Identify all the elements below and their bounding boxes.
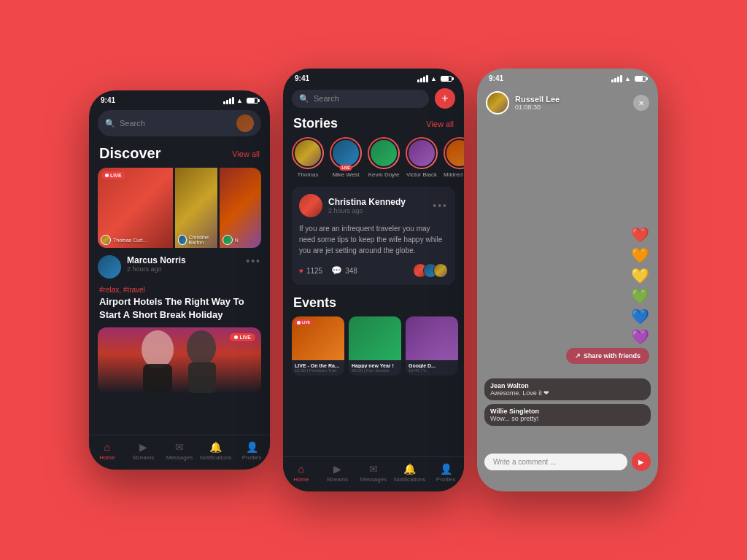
nav-streams-2[interactable]: ▶ Streams: [320, 463, 356, 483]
story-avatar-1: [331, 139, 360, 168]
post-tags-1: #relax, #travel: [99, 286, 260, 294]
feed-post-name: Christina Kennedy: [328, 197, 406, 207]
feed-post-header: Christina Kennedy 2 hours ago •••: [299, 194, 448, 217]
post-time-1: 2 hours ago: [127, 265, 240, 273]
discover-item-0[interactable]: LIVE Thomas Curt...: [98, 168, 173, 248]
nav-home-2[interactable]: ⌂ Home: [283, 463, 320, 483]
svg-point-0: [142, 330, 174, 368]
discover-header: Discover View all: [89, 142, 270, 168]
status-bar-1: 9:41 ▲: [89, 90, 270, 107]
nav-notifications-label-2: Notifications: [394, 476, 426, 483]
battery-icon: [247, 98, 258, 104]
event-info-0: LIVE - On the Radio 10:30 | Freedom Trai…: [292, 360, 344, 376]
post-avatar-1: [98, 255, 121, 279]
feed-post-dots[interactable]: •••: [433, 200, 448, 211]
story-avatar-wrap-4: [444, 137, 464, 169]
story-avatar-wrap-2: [368, 137, 400, 169]
events-row: LIVE LIVE - On the Radio 10:30 | Freedom…: [283, 316, 464, 381]
event-time-2: 10:45 | V...: [409, 368, 455, 373]
story-mike[interactable]: LIVE Mike West: [330, 137, 362, 178]
event-1[interactable]: Happy new Year ! 09:00 | Fort Sumter: [349, 316, 401, 376]
story-mildred[interactable]: Mildred Miles: [444, 137, 464, 178]
signal-icon: [223, 97, 234, 104]
post-name-1: Marcus Norris: [127, 255, 240, 265]
heart-orange: 🧡: [631, 246, 649, 264]
discover-grid: LIVE Thomas Curt... Christine Barton N: [98, 168, 261, 248]
live-close-button[interactable]: ✕: [633, 95, 649, 111]
wifi-icon: ▲: [236, 97, 243, 104]
live-badge-0: LIVE: [101, 171, 125, 179]
nav-home-label-2: Home: [293, 476, 309, 483]
comment-input[interactable]: Write a comment ...: [484, 454, 627, 470]
stories-header: Stories View all: [283, 116, 464, 137]
story-victor[interactable]: Victor Black: [406, 137, 438, 178]
story-live-1: LIVE: [339, 165, 352, 171]
notifications-icon-1: 🔔: [209, 441, 222, 453]
story-kevin[interactable]: Kevin Doyle: [368, 137, 400, 178]
comment-input-row: Write a comment ... ▶: [484, 452, 651, 471]
event-name-2: Google D...: [409, 363, 455, 368]
live-video-card-1[interactable]: LIVE: [98, 327, 261, 393]
search-bar-2[interactable]: 🔍 Search: [292, 90, 429, 108]
nav-messages-1[interactable]: ✉ Messages: [161, 441, 198, 461]
hearts-container: ❤️ 🧡 💛 💚 💙 💜: [631, 226, 649, 346]
search-icon-1: 🔍: [105, 119, 115, 128]
svg-rect-3: [188, 362, 216, 393]
event-0[interactable]: LIVE LIVE - On the Radio 10:30 | Freedom…: [292, 316, 344, 376]
user-label-0: Thomas Curt...: [101, 235, 147, 245]
like-action[interactable]: ♥ 1125: [299, 267, 322, 275]
status-icons-1: ▲: [223, 97, 258, 104]
search-bar-1[interactable]: 🔍 Search: [98, 110, 261, 136]
post-title-1: Airport Hotels The Right Way To Start A …: [99, 295, 260, 322]
story-name-2: Kevin Doyle: [368, 171, 400, 178]
wifi-icon-3: ▲: [624, 75, 631, 82]
wifi-icon-2: ▲: [430, 75, 437, 82]
comment-icon: 💬: [331, 265, 342, 276]
event-2[interactable]: Google D... 10:45 | V...: [406, 316, 458, 376]
event-name-0: LIVE - On the Radio: [295, 363, 341, 368]
share-button[interactable]: ↗ Share with friends: [566, 348, 649, 364]
nav-profiles-label-2: Profiles: [436, 476, 456, 483]
discover-item-2[interactable]: N: [220, 168, 261, 248]
nav-notifications-label-1: Notifications: [200, 454, 232, 461]
post-dots-1[interactable]: •••: [246, 255, 261, 267]
nav-profiles-2[interactable]: 👤 Profiles: [427, 463, 464, 483]
live-comment-1: Willie Singleton Wow... so pretty!: [484, 404, 651, 426]
feed-post-time: 2 hours ago: [328, 207, 406, 214]
status-bar-3: 9:41 ▲: [477, 69, 658, 85]
live-comment-name-1: Willie Singleton: [490, 408, 645, 415]
search-text-1: Search: [120, 119, 145, 128]
time-1: 9:41: [101, 96, 115, 104]
streams-icon-2: ▶: [333, 463, 341, 475]
add-button[interactable]: +: [435, 88, 455, 109]
nav-home-1[interactable]: ⌂ Home: [89, 441, 125, 461]
story-avatar-0: [293, 139, 322, 168]
discover-view-all[interactable]: View all: [232, 149, 260, 158]
status-bar-2: 9:41 ▲: [283, 69, 464, 85]
comment-action[interactable]: 💬 348: [331, 265, 357, 276]
discover-user-0: Thomas Curt...: [113, 238, 147, 243]
home-icon-1: ⌂: [104, 441, 110, 453]
search-add-row: 🔍 Search +: [292, 88, 455, 109]
event-info-1: Happy new Year ! 09:00 | Fort Sumter: [349, 360, 401, 376]
send-button[interactable]: ▶: [632, 452, 651, 471]
nav-profiles-1[interactable]: 👤 Profiles: [233, 441, 270, 461]
stories-view-all[interactable]: View all: [426, 120, 454, 128]
profiles-icon-1: 👤: [246, 441, 258, 453]
phone-2: 9:41 ▲ 🔍 Search + Stories: [283, 69, 464, 491]
nav-messages-2[interactable]: ✉ Messages: [355, 463, 392, 483]
svg-point-2: [187, 330, 216, 365]
status-icons-2: ▲: [417, 75, 452, 82]
event-name-1: Happy new Year !: [352, 363, 398, 368]
heart-blue: 💙: [631, 308, 649, 325]
discover-item-1[interactable]: Christine Barton: [175, 168, 217, 248]
nav-notifications-2[interactable]: 🔔 Notifications: [392, 463, 428, 483]
home-icon-2: ⌂: [298, 463, 304, 475]
nav-streams-1[interactable]: ▶ Streams: [125, 441, 162, 461]
live-badge-video: LIVE: [230, 333, 255, 341]
nav-streams-label-2: Streams: [326, 476, 348, 483]
feed-post-actions: ♥ 1125 💬 348: [299, 263, 448, 278]
live-comment-text-0: Awesome. Love it ❤: [490, 389, 645, 397]
nav-notifications-1[interactable]: 🔔 Notifications: [198, 441, 234, 461]
story-thomas[interactable]: Thomas: [292, 137, 324, 178]
